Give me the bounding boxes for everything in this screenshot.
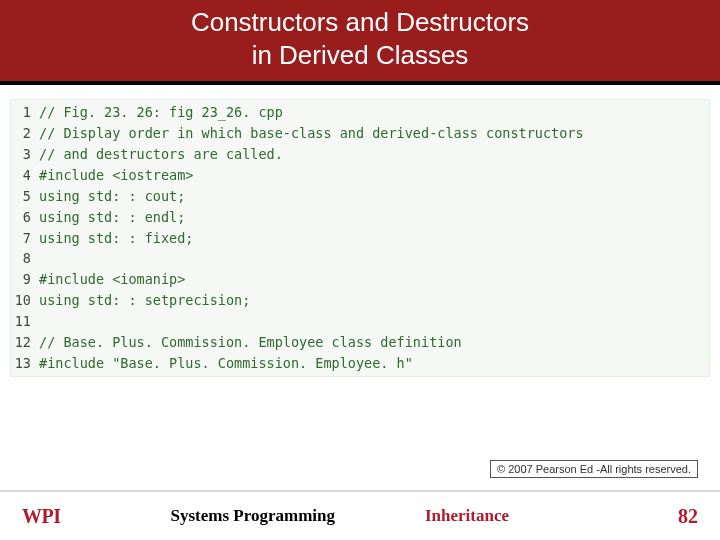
line-number: 9: [11, 269, 39, 290]
code-row: 12// Base. Plus. Commission. Employee cl…: [11, 332, 709, 353]
code-row: 8: [11, 248, 709, 269]
code-row: 5using std: : cout;: [11, 186, 709, 207]
code-text: using std: : fixed;: [39, 228, 193, 249]
code-row: 9#include <iomanip>: [11, 269, 709, 290]
code-text: #include "Base. Plus. Commission. Employ…: [39, 353, 413, 374]
code-text: using std: : cout;: [39, 186, 185, 207]
line-number: 3: [11, 144, 39, 165]
line-number: 5: [11, 186, 39, 207]
code-text: // Display order in which base-class and…: [39, 123, 584, 144]
footer: WPI Systems Programming Inheritance 82: [0, 492, 720, 540]
page-number: 82: [678, 505, 698, 528]
title-bar: Constructors and Destructors in Derived …: [0, 0, 720, 85]
code-text: #include <iostream>: [39, 165, 193, 186]
code-row: 10using std: : setprecision;: [11, 290, 709, 311]
line-number: 11: [11, 311, 39, 332]
code-text: // and destructors are called.: [39, 144, 283, 165]
code-text: #include <iomanip>: [39, 269, 185, 290]
title-line-2: in Derived Classes: [10, 39, 710, 72]
code-row: 3// and destructors are called.: [11, 144, 709, 165]
line-number: 13: [11, 353, 39, 374]
line-number: 7: [11, 228, 39, 249]
code-row: 2// Display order in which base-class an…: [11, 123, 709, 144]
title-line-1: Constructors and Destructors: [10, 6, 710, 39]
line-number: 10: [11, 290, 39, 311]
code-text: // Fig. 23. 26: fig 23_26. cpp: [39, 102, 283, 123]
copyright-notice: © 2007 Pearson Ed -All rights reserved.: [490, 460, 698, 478]
line-number: 12: [11, 332, 39, 353]
code-row: 1// Fig. 23. 26: fig 23_26. cpp: [11, 102, 709, 123]
code-row: 7using std: : fixed;: [11, 228, 709, 249]
line-number: 6: [11, 207, 39, 228]
code-row: 11: [11, 311, 709, 332]
line-number: 1: [11, 102, 39, 123]
code-row: 13#include "Base. Plus. Commission. Empl…: [11, 353, 709, 374]
footer-course: Systems Programming: [171, 506, 335, 526]
line-number: 2: [11, 123, 39, 144]
wpi-logo: WPI: [22, 505, 61, 528]
line-number: 4: [11, 165, 39, 186]
code-block: 1// Fig. 23. 26: fig 23_26. cpp2// Displ…: [10, 99, 710, 377]
code-row: 4#include <iostream>: [11, 165, 709, 186]
slide: Constructors and Destructors in Derived …: [0, 0, 720, 540]
code-text: using std: : endl;: [39, 207, 185, 228]
code-text: using std: : setprecision;: [39, 290, 250, 311]
code-row: 6using std: : endl;: [11, 207, 709, 228]
footer-topic: Inheritance: [425, 506, 509, 526]
line-number: 8: [11, 248, 39, 269]
code-text: // Base. Plus. Commission. Employee clas…: [39, 332, 462, 353]
